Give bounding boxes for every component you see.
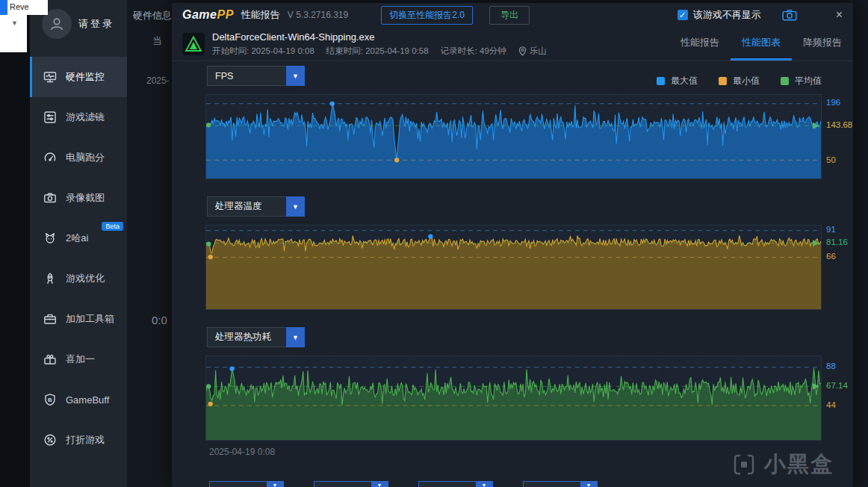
svg-text:B: B	[48, 397, 52, 403]
game-icon	[182, 33, 205, 55]
discount-icon	[43, 432, 58, 447]
heybox-watermark-text: 小黑盒	[764, 450, 834, 480]
beta-badge: Beta	[102, 222, 123, 231]
switch-report-2-button[interactable]: 切换至性能报告2.0	[381, 6, 473, 25]
cpu-power-metric-select[interactable]: 处理器热功耗 ▼	[207, 327, 305, 347]
heybox-logo-icon	[731, 452, 757, 477]
cpu-power-plot	[205, 356, 822, 441]
sidebar-item-label: 2哈ai	[66, 232, 88, 245]
sidebar-item[interactable]: 录像截图	[30, 178, 127, 218]
sidebar-item-label: 游戏滤镜	[66, 111, 105, 124]
version-label: V 5.3.2716.319	[288, 10, 348, 20]
record-capture-icon	[43, 190, 58, 205]
gamepp-logo: GamePP	[182, 8, 234, 22]
browser-tab-title: Reve	[10, 2, 29, 11]
hardware-monitor-icon	[43, 69, 58, 84]
close-icon[interactable]: ×	[836, 8, 843, 22]
cpu-temp-chart-section: 处理器温度 ▼ 91 81.16 66	[172, 196, 853, 316]
sidebar-item[interactable]: 喜加一	[30, 339, 127, 379]
background-browser-tab[interactable]: Reve	[0, 0, 48, 15]
partial-metric-select[interactable]: ▼	[523, 481, 598, 487]
cpu-temp-avg-value: 81.16	[826, 238, 848, 246]
sidebar-menu: 硬件监控游戏滤镜电脑跑分录像截图2哈aiBeta游戏优化加加工具箱喜加一BGam…	[30, 57, 127, 460]
sidebar-item[interactable]: 电脑跑分	[30, 137, 127, 178]
sidebar-item-label: 喜加一	[66, 353, 95, 366]
cpu-power-metric-select-value: 处理器热功耗	[207, 327, 286, 347]
chevron-down-icon[interactable]: ▼	[286, 327, 305, 347]
sidebar-item[interactable]: 加加工具箱	[30, 299, 127, 339]
start-time: 开始时间: 2025-04-19 0:08	[212, 46, 314, 57]
screen: Reve ▼ 硬件信息 当 2025- 0:0 请登录 硬件监控游戏滤镜电脑跑分…	[0, 0, 868, 487]
cpu-temp-plot	[205, 225, 822, 310]
game-session-bar: DeltaForceClient-Win64-Shipping.exe 开始时间…	[172, 27, 853, 61]
fps-plot	[205, 94, 822, 179]
fps-min-value: 50	[826, 155, 836, 164]
camera-icon[interactable]	[782, 9, 797, 21]
sidebar-item[interactable]: 2哈aiBeta	[30, 218, 127, 258]
sidebar-item[interactable]: 游戏优化	[30, 258, 127, 299]
sidebar-item[interactable]: BGameBuff	[30, 379, 127, 420]
sidebar-item-label: GameBuff	[66, 394, 109, 406]
game-info: DeltaForceClient-Win64-Shipping.exe 开始时间…	[212, 31, 547, 57]
cpu-temp-metric-select-value: 处理器温度	[207, 196, 286, 217]
report-tab[interactable]: 性能报告	[669, 27, 731, 61]
cpu-power-chart-section: 处理器热功耗 ▼ 88 67.14 44	[172, 327, 853, 447]
report-tabs: 性能报告性能图表降频报告	[669, 27, 853, 61]
sidebar: 请登录 硬件监控游戏滤镜电脑跑分录像截图2哈aiBeta游戏优化加加工具箱喜加一…	[30, 0, 127, 487]
sidebar-item[interactable]: 打折游戏	[30, 420, 127, 460]
duration: 记录时长: 49分钟	[441, 46, 506, 57]
cpu-power-max-value: 88	[826, 362, 836, 370]
performance-report-dialog: GamePP 性能报告 V 5.3.2716.319 切换至性能报告2.0 导出…	[172, 3, 853, 487]
sidebar-item-label: 打折游戏	[66, 433, 105, 447]
partial-metric-select[interactable]: ▼	[314, 481, 388, 487]
ai-assistant-icon	[43, 231, 58, 246]
sidebar-item[interactable]: 游戏滤镜	[30, 97, 127, 137]
chevron-down-icon[interactable]: ▼	[286, 66, 305, 86]
heybox-watermark: 小黑盒	[731, 450, 834, 480]
brand-game: Game	[182, 8, 217, 21]
end-time: 结束时间: 2025-04-19 0:58	[326, 46, 429, 57]
sidebar-item-label: 游戏优化	[66, 272, 105, 285]
cpu-temp-min-value: 66	[826, 252, 836, 261]
report-tab[interactable]: 降频报告	[792, 27, 853, 61]
sidebar-item-label: 录像截图	[66, 191, 105, 205]
fps-metric-select-value: FPS	[207, 66, 286, 86]
fps-chart-section: FPS ▼ 196 143.68 50	[172, 66, 853, 185]
background-tab-hardware-info[interactable]: 硬件信息	[133, 9, 172, 22]
toolbox-icon	[43, 311, 58, 326]
fps-max-value: 196	[826, 98, 840, 107]
game-filter-icon	[43, 110, 58, 125]
fps-metric-select[interactable]: FPS ▼	[207, 66, 305, 86]
chevron-down-icon[interactable]: ▼	[476, 482, 492, 487]
report-header: GamePP 性能报告 V 5.3.2716.319 切换至性能报告2.0 导出…	[172, 3, 853, 27]
export-button[interactable]: 导出	[489, 6, 530, 25]
background-text-fragment: 0:0	[152, 314, 167, 326]
chevron-down-icon[interactable]: ▼	[371, 482, 388, 487]
gift-icon	[43, 352, 58, 367]
browser-favicon	[0, 0, 7, 15]
cpu-temp-metric-select[interactable]: 处理器温度 ▼	[207, 196, 305, 217]
collapse-caret-icon[interactable]: ▼	[11, 19, 18, 27]
game-optimize-icon	[43, 271, 58, 286]
partial-metric-select[interactable]: ▼	[209, 481, 284, 487]
fps-avg-value: 143.68	[826, 120, 852, 129]
cpu-power-min-value: 44	[826, 400, 836, 409]
location-label: 乐山	[530, 46, 547, 57]
dont-show-label: 该游戏不再显示	[693, 8, 761, 22]
brand-pp: PP	[217, 8, 233, 21]
fps-series-chart	[206, 95, 821, 179]
background-text-fragment: 2025-	[146, 75, 170, 86]
chevron-down-icon[interactable]: ▼	[286, 196, 305, 217]
login-area[interactable]: 请登录	[42, 9, 114, 39]
dialog-title: 性能报告	[241, 8, 280, 22]
sidebar-item[interactable]: 硬件监控	[30, 57, 127, 97]
partial-metric-select[interactable]: ▼	[418, 481, 493, 487]
user-icon	[49, 16, 65, 32]
report-tab[interactable]: 性能图表	[731, 27, 792, 61]
chevron-down-icon[interactable]: ▼	[267, 482, 283, 487]
login-label[interactable]: 请登录	[78, 17, 114, 31]
dont-show-checkbox[interactable]: ✓	[678, 10, 688, 20]
gamebuff-icon: B	[43, 392, 58, 407]
session-meta: 开始时间: 2025-04-19 0:08 结束时间: 2025-04-19 0…	[212, 46, 547, 57]
chevron-down-icon[interactable]: ▼	[580, 482, 597, 487]
